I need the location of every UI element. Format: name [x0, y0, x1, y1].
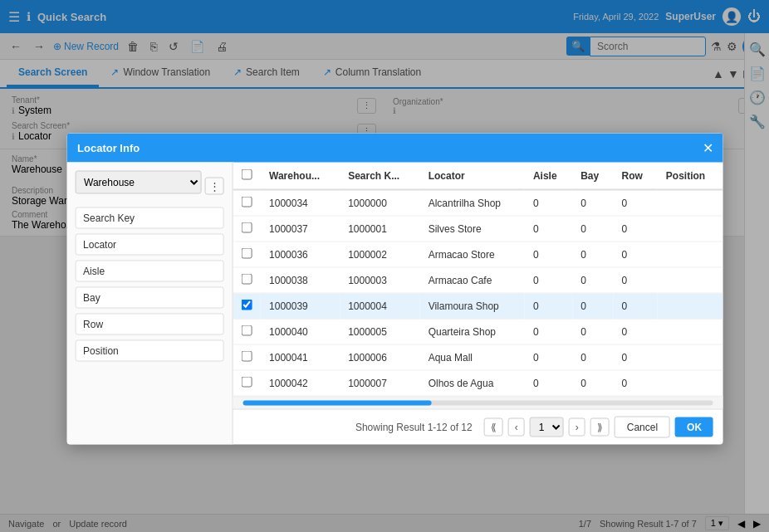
row-position [658, 267, 723, 293]
row-bay: 0 [572, 242, 613, 267]
row-aisle: 0 [525, 344, 572, 370]
row-locator: Vilamoura Shop [420, 293, 525, 319]
table-row: 1000040 1000005 Quarteira Shop 0 0 0 [233, 319, 723, 344]
table-row: 1000041 1000006 Aqua Mall 0 0 0 [233, 344, 723, 370]
field-locator[interactable]: Locator [76, 234, 224, 256]
table-row: 1000042 1000007 Olhos de Agua 0 0 0 [233, 370, 723, 396]
row-search-key: 1000003 [340, 267, 419, 293]
row-checkbox-4[interactable] [242, 300, 252, 310]
row-position [658, 344, 723, 370]
next-page-btn[interactable]: › [569, 418, 585, 437]
row-row: 0 [614, 319, 658, 344]
row-checkbox-1[interactable] [242, 222, 252, 233]
row-checkbox-cell [233, 190, 261, 217]
row-warehouse: 1000041 [261, 344, 340, 370]
row-search-key: 1000006 [340, 344, 419, 370]
row-bay: 0 [572, 267, 613, 293]
warehouse-select[interactable]: Warehouse [76, 171, 202, 194]
row-checkbox-cell [233, 267, 261, 293]
row-row: 0 [614, 293, 658, 319]
row-locator: Olhos de Agua [420, 370, 525, 396]
col-aisle: Aisle [525, 163, 572, 190]
showing-result: Showing Result 1-12 of 12 [355, 422, 473, 433]
row-warehouse: 1000036 [261, 242, 340, 267]
row-warehouse: 1000038 [261, 267, 340, 293]
modal-right-panel: Warehou... Search K... Locator Aisle Bay… [233, 163, 723, 445]
row-warehouse: 1000042 [261, 370, 340, 396]
field-aisle[interactable]: Aisle [76, 261, 224, 282]
col-row: Row [614, 163, 658, 190]
row-bay: 0 [572, 293, 613, 319]
row-search-key: 1000001 [340, 216, 419, 242]
scroll-track [243, 401, 713, 406]
row-row: 0 [614, 344, 658, 370]
table-header-row: Warehou... Search K... Locator Aisle Bay… [233, 163, 723, 190]
row-checkbox-cell [233, 216, 261, 242]
row-position [658, 190, 723, 217]
row-search-key: 1000005 [340, 319, 419, 344]
row-position [658, 319, 723, 344]
row-bay: 0 [572, 216, 613, 242]
locator-info-modal: Locator Info ✕ Warehouse ⋮ Search Key Lo… [67, 134, 723, 445]
row-position [658, 216, 723, 242]
col-search-key: Search K... [340, 163, 419, 190]
table-row: 1000038 1000003 Armacao Cafe 0 0 0 [233, 267, 723, 293]
row-row: 0 [614, 242, 658, 267]
select-all-checkbox[interactable] [242, 169, 252, 180]
field-bay[interactable]: Bay [76, 287, 224, 309]
table-row: 1000039 1000004 Vilamoura Shop 0 0 0 [233, 293, 723, 319]
row-checkbox-cell [233, 319, 261, 344]
modal-title: Locator Info [77, 142, 140, 154]
row-row: 0 [614, 267, 658, 293]
modal-close-btn[interactable]: ✕ [703, 140, 713, 156]
row-bay: 0 [572, 319, 613, 344]
prev-page-btn[interactable]: ‹ [508, 418, 525, 437]
locator-table: Warehou... Search K... Locator Aisle Bay… [233, 163, 723, 397]
row-position [658, 293, 723, 319]
field-position[interactable]: Position [76, 340, 224, 362]
table-row: 1000034 1000000 Alcantrilha Shop 0 0 0 [233, 190, 723, 217]
table-wrap: Warehou... Search K... Locator Aisle Bay… [233, 163, 723, 397]
table-row: 1000037 1000001 Silves Store 0 0 0 [233, 216, 723, 242]
first-page-btn[interactable]: ⟪ [484, 418, 503, 437]
row-locator: Alcantrilha Shop [420, 190, 525, 217]
row-checkbox-5[interactable] [242, 325, 252, 336]
row-locator: Quarteira Shop [420, 319, 525, 344]
modal-header: Locator Info ✕ [67, 134, 723, 163]
row-checkbox-3[interactable] [242, 274, 252, 285]
row-position [658, 370, 723, 396]
warehouse-select-wrap: Warehouse ⋮ [76, 171, 224, 201]
row-locator: Armacao Store [420, 242, 525, 267]
col-bay: Bay [572, 163, 613, 190]
row-row: 0 [614, 216, 658, 242]
field-row[interactable]: Row [76, 314, 224, 335]
last-page-btn[interactable]: ⟫ [590, 418, 610, 437]
row-aisle: 0 [525, 319, 572, 344]
cancel-btn[interactable]: Cancel [615, 417, 670, 438]
row-checkbox-cell [233, 242, 261, 267]
row-checkbox-0[interactable] [242, 197, 252, 207]
warehouse-three-dot-btn[interactable]: ⋮ [205, 177, 224, 194]
row-checkbox-2[interactable] [242, 248, 252, 259]
col-position: Position [658, 163, 723, 190]
field-search-key[interactable]: Search Key [76, 207, 224, 229]
row-locator: Armacao Cafe [420, 267, 525, 293]
row-aisle: 0 [525, 293, 572, 319]
row-locator: Silves Store [420, 216, 525, 242]
row-search-key: 1000004 [340, 293, 419, 319]
col-locator: Locator [420, 163, 525, 190]
row-warehouse: 1000037 [261, 216, 340, 242]
row-row: 0 [614, 190, 658, 217]
modal-left-panel: Warehouse ⋮ Search Key Locator Aisle Bay… [67, 163, 233, 445]
modal-body: Warehouse ⋮ Search Key Locator Aisle Bay… [67, 163, 723, 445]
page-select[interactable]: 1 [530, 417, 564, 437]
row-aisle: 0 [525, 216, 572, 242]
row-search-key: 1000007 [340, 370, 419, 396]
ok-btn[interactable]: OK [675, 417, 713, 437]
row-checkbox-cell [233, 293, 261, 319]
row-position [658, 242, 723, 267]
scroll-thumb[interactable] [243, 401, 431, 406]
row-checkbox-7[interactable] [242, 377, 252, 388]
row-checkbox-6[interactable] [242, 351, 252, 362]
row-locator: Aqua Mall [420, 344, 525, 370]
